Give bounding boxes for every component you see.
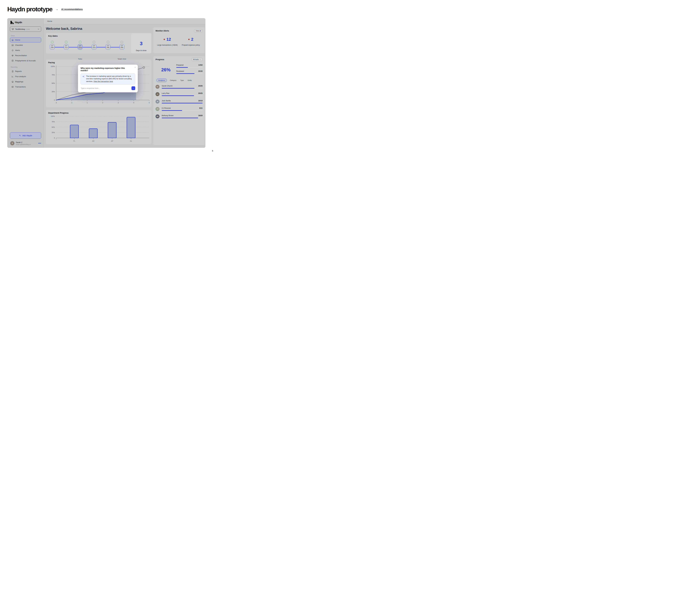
progress-fill	[176, 73, 195, 74]
pending-circle-icon	[93, 41, 95, 43]
view-transaction-link[interactable]: View the transaction here	[93, 80, 113, 83]
sidebar-nav: CloseHomeChecklistAlertsReconciliationPr…	[10, 32, 41, 89]
x-tick-label: 4	[133, 102, 134, 104]
ai-answer-box: The increase in marketing spend was prim…	[80, 74, 135, 84]
progress-track	[162, 110, 203, 111]
department-progress-card: Department Progress 025%50%75%100%PLARAP…	[46, 110, 151, 144]
date-pill[interactable]: AUG24th	[105, 44, 110, 50]
progress-fill	[176, 67, 188, 68]
person-name: Jack Barilla	[162, 100, 171, 102]
date-pill[interactable]: AUG20th	[50, 44, 55, 50]
send-button[interactable]: →	[131, 86, 135, 90]
person-name: Sarah Church	[162, 85, 173, 87]
progress-fill	[162, 96, 194, 96]
tray-icon	[11, 44, 14, 46]
user-email: sarah.c@testmonkey.co	[16, 144, 31, 145]
key-date-item: AUG25thTarget close	[120, 41, 124, 50]
y-tick-label: 25%	[52, 132, 55, 133]
date-day: 20th	[50, 47, 54, 48]
person-row[interactable]: BBBethany Brown18/20	[155, 113, 203, 121]
date-day: 23rd	[92, 47, 96, 48]
check-circle-icon: ✓	[65, 41, 68, 43]
tab-assignee[interactable]: Assignee	[156, 79, 167, 82]
response-input[interactable]	[80, 87, 130, 89]
progress-title: Progress	[155, 58, 164, 60]
bar-PL	[70, 125, 78, 138]
sparkle-icon	[19, 134, 21, 137]
home-icon	[11, 39, 14, 41]
avatar: SC	[155, 85, 159, 89]
arrow-right-icon: →	[55, 8, 58, 11]
sidebar-item-home[interactable]: Home	[10, 37, 41, 43]
date-pill[interactable]: AUG22nd	[78, 44, 82, 50]
breadcrumb[interactable]: Home	[47, 20, 52, 22]
sidebar-item-reports[interactable]: Reports	[10, 69, 41, 74]
date-month: AUG	[120, 45, 124, 47]
date-month: AUG	[92, 45, 96, 47]
tab-category[interactable]: Category	[169, 79, 177, 82]
progress-summary: Prepared14/50Reviewed25/30	[176, 64, 203, 76]
user-menu-icon[interactable]: •••	[38, 142, 41, 145]
person-value: 18/20	[198, 114, 203, 116]
alert-dot-icon	[164, 39, 165, 40]
person-row[interactable]: JBJack Barilla10/10	[155, 99, 203, 106]
sidebar-item-alerts[interactable]: Alerts	[10, 48, 41, 53]
person-row[interactable]: CRCJ Ronzoni5/11	[155, 106, 203, 113]
chevron-down-icon	[38, 28, 40, 30]
workspace-name: TestMonkey	[15, 28, 25, 30]
all-tasks-dropdown[interactable]: All tasks	[192, 58, 203, 61]
x-tick-label: 3	[118, 102, 119, 104]
y-tick-label: 50%	[52, 82, 55, 84]
key-date-item: ✓AUG21st	[64, 41, 69, 50]
person-name: CJ Ronzoni	[162, 107, 171, 109]
alert-dot-icon	[188, 39, 190, 40]
doc-icon	[11, 70, 14, 73]
avatar: CR	[155, 107, 159, 111]
chart-icon	[11, 75, 14, 78]
page-number: 5	[212, 150, 213, 152]
tab-type[interactable]: Type	[179, 79, 185, 82]
y-tick-label: 75%	[52, 121, 55, 123]
view-all-button[interactable]: View all	[194, 29, 203, 32]
sidebar-item-prepayments-accruals[interactable]: Prepayments & Accruals	[10, 58, 41, 63]
progress-track	[162, 118, 203, 118]
avatar: BB	[155, 114, 159, 119]
date-pill[interactable]: AUG23rd	[92, 44, 97, 50]
x-tick-label: 2	[102, 102, 103, 104]
user-row[interactable]: S Sarah C sarah.c@testmonkey.co •••	[10, 141, 41, 146]
x-tick-label: 1	[87, 102, 88, 104]
x-tick-label: GL	[130, 140, 132, 142]
avatar: JB	[155, 100, 159, 104]
sidebar-item-checklist[interactable]: Checklist	[10, 43, 41, 48]
timeline-connector	[52, 47, 122, 47]
chevron-down-icon	[200, 59, 201, 60]
x-tick-label: -1	[71, 102, 72, 104]
key-date-item: AUG24th	[105, 41, 110, 50]
ai-recommendations-link[interactable]: AI recommendations	[61, 8, 83, 10]
tab-entity[interactable]: Entity	[187, 79, 193, 82]
sidebar-item-label: Mappings	[15, 81, 23, 83]
welcome-heading: Welcome back, Sabrina	[46, 27, 82, 31]
summary-row: Prepared14/50	[176, 64, 203, 68]
person-name: Larry Rao	[162, 92, 169, 94]
close-icon[interactable]: ×	[134, 66, 136, 69]
progress-track	[162, 103, 203, 103]
sidebar-item-flux-analysis[interactable]: Flux analysis	[10, 74, 41, 79]
sidebar-item-transactions[interactable]: Transactions	[10, 84, 41, 89]
sidebar-item-mappings[interactable]: Mappings	[10, 79, 41, 84]
date-pill[interactable]: AUG21st	[64, 44, 69, 50]
sidebar-item-label: Reconciliation	[15, 54, 27, 56]
days-to-close-value: 3	[136, 41, 146, 46]
progress-fill	[162, 118, 198, 118]
date-pill[interactable]: AUG25th	[120, 44, 124, 50]
summary-row: Reviewed25/30	[176, 70, 203, 74]
workspace-selector[interactable]: TestMonkey Live	[10, 26, 41, 32]
person-row[interactable]: LRLarry Rao20/25	[155, 92, 203, 99]
sidebar-item-label: Prepayments & Accruals	[15, 60, 36, 62]
all-tasks-label: All tasks	[193, 59, 199, 60]
avatar: LR	[155, 92, 159, 96]
sidebar-item-reconciliation[interactable]: Reconciliation	[10, 53, 41, 58]
ask-haydn-button[interactable]: Ask Haydn	[10, 132, 41, 139]
days-to-close-label: Days to close	[131, 50, 151, 51]
person-row[interactable]: SCSarah Church20/25	[155, 84, 203, 92]
